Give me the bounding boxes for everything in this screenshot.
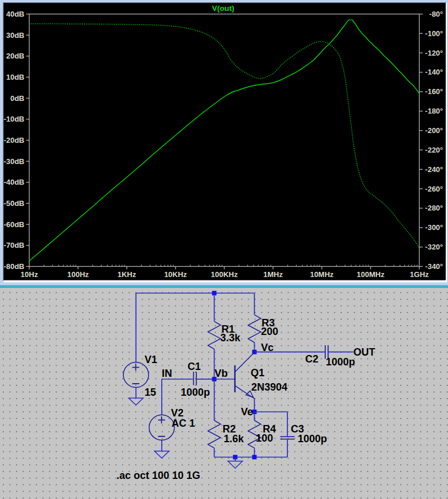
svg-text:2N3904: 2N3904 [251, 381, 287, 393]
svg-text:Vb: Vb [215, 368, 228, 379]
svg-text:100Hz: 100Hz [67, 270, 89, 279]
svg-text:-220°: -220° [425, 146, 443, 154]
svg-text:10MHz: 10MHz [310, 270, 334, 279]
svg-text:1MHz: 1MHz [263, 270, 283, 279]
svg-text:-260°: -260° [425, 185, 443, 193]
svg-text:-140°: -140° [425, 68, 443, 76]
svg-text:-100°: -100° [425, 29, 443, 38]
svg-text:1KHz: 1KHz [118, 270, 137, 279]
svg-text:Vc: Vc [261, 342, 274, 353]
svg-text:-160°: -160° [425, 87, 443, 96]
svg-text:-40dB: -40dB [3, 178, 24, 186]
svg-text:30dB: 30dB [6, 31, 25, 40]
svg-text:1000p: 1000p [326, 356, 355, 368]
svg-text:1GHz: 1GHz [410, 270, 429, 279]
svg-text:40dB: 40dB [6, 10, 25, 18]
svg-text:1.6k: 1.6k [224, 433, 244, 445]
svg-text:V1: V1 [145, 354, 157, 365]
svg-text:Ve: Ve [241, 406, 253, 418]
svg-text:0dB: 0dB [10, 94, 25, 103]
svg-text:15: 15 [145, 387, 156, 398]
svg-text:-60dB: -60dB [3, 220, 24, 229]
svg-text:-50dB: -50dB [3, 199, 24, 208]
svg-text:-10dB: -10dB [3, 115, 24, 123]
svg-text:-200°: -200° [425, 126, 443, 135]
svg-text:200: 200 [261, 326, 278, 337]
svg-text:-240°: -240° [425, 165, 443, 174]
svg-text:10Hz: 10Hz [21, 270, 38, 279]
svg-text:-30dB: -30dB [3, 157, 24, 166]
svg-text:20dB: 20dB [6, 52, 25, 60]
svg-text:100: 100 [256, 432, 273, 444]
svg-text:V(out): V(out) [212, 4, 235, 13]
svg-text:AC 1: AC 1 [172, 418, 195, 429]
svg-text:C2: C2 [305, 353, 318, 365]
svg-text:3.3k: 3.3k [220, 332, 241, 344]
svg-text:IN: IN [162, 368, 172, 379]
svg-text:10dB: 10dB [6, 73, 25, 81]
svg-text:-80°: -80° [429, 10, 443, 18]
svg-text:100MHz: 100MHz [357, 270, 385, 279]
svg-text:-70dB: -70dB [3, 241, 24, 250]
svg-text:1000p: 1000p [298, 433, 327, 445]
svg-text:-20dB: -20dB [3, 136, 24, 145]
svg-text:-120°: -120° [425, 49, 443, 57]
svg-text:C1: C1 [188, 361, 201, 372]
svg-text:10KHz: 10KHz [164, 270, 187, 279]
svg-text:-280°: -280° [425, 204, 443, 212]
svg-text:1000p: 1000p [181, 387, 210, 398]
svg-text:100KHz: 100KHz [211, 270, 238, 279]
svg-text:V2: V2 [171, 407, 184, 419]
svg-text:.ac oct 100 10 1G: .ac oct 100 10 1G [116, 470, 200, 481]
svg-text:-300°: -300° [425, 223, 443, 232]
svg-text:OUT: OUT [353, 346, 375, 358]
svg-text:-320°: -320° [425, 243, 443, 251]
svg-text:-180°: -180° [425, 107, 443, 115]
svg-text:Q1: Q1 [251, 367, 264, 379]
